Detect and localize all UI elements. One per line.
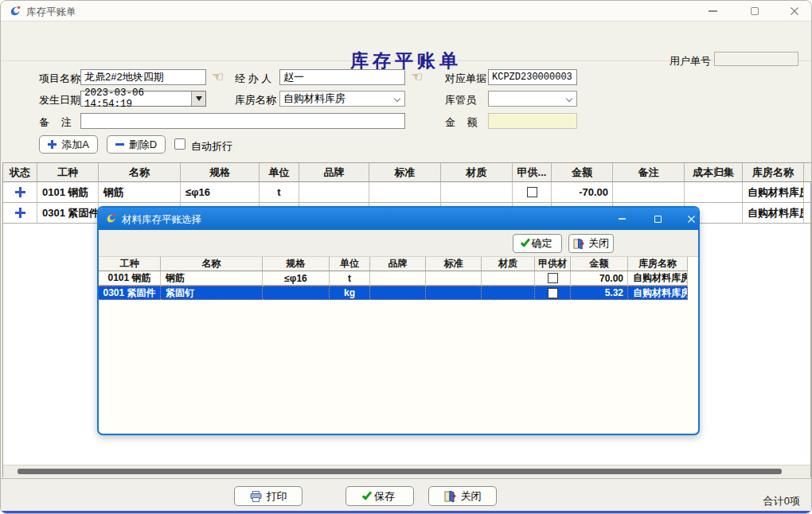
dialog-close-button[interactable] [681,208,700,230]
grid-cell[interactable]: 70.00 [571,271,628,286]
dialog-titlebar[interactable]: 材料库存平账选择 [99,208,698,230]
grid-cell[interactable]: 自购材料库房 [743,203,804,224]
owner-supplied-checkbox[interactable] [548,273,558,283]
column-header: 品牌 [299,163,369,182]
grid-cell[interactable]: 自购材料库房 [628,286,688,300]
column-header [804,163,812,182]
owner-supplied-checkbox[interactable] [527,187,537,197]
keeper-select[interactable] [488,91,577,107]
grid-cell[interactable]: 0101 钢筋 [99,271,161,286]
grid-cell[interactable]: t [260,182,299,203]
column-header: 成本归集 [685,163,743,182]
grid-cell[interactable]: ≤φ16 [181,182,260,203]
grid-cell[interactable]: kg [330,286,370,300]
grid-cell[interactable]: -70.00 [552,182,613,203]
close-button[interactable] [783,1,806,21]
grid-header-row: 工种名称规格单位品牌标准材质甲供材金额库房名称 [99,257,688,271]
date-picker[interactable]: 2023-03-06 14:54:19 [80,91,206,107]
minimize-button[interactable] [701,1,724,21]
grid-cell[interactable] [3,182,37,203]
warehouse-label: 库房名称 [235,93,276,107]
grid-cell[interactable]: t [330,271,370,286]
keeper-label: 库管员 [445,93,476,107]
grid-cell[interactable] [370,271,426,286]
grid-cell[interactable] [513,182,552,203]
date-dropdown-button[interactable] [191,92,205,106]
grid-cell[interactable] [3,203,37,224]
column-header: 名称 [161,257,263,271]
autowrap-label: 自动折行 [191,139,232,154]
grid-cell[interactable] [535,271,571,286]
doc-input[interactable] [488,69,577,85]
maximize-button[interactable] [743,1,767,21]
grid-cell[interactable]: 0301 紧固件 [37,203,99,224]
grid-cell[interactable] [804,182,812,203]
grid-cell[interactable]: 5.32 [571,286,628,300]
column-header: 状态 [3,163,37,182]
grid-cell[interactable] [426,286,482,300]
table-row[interactable]: 0101 钢筋钢筋≤φ16t70.00自购材料库房 [99,271,688,286]
warehouse-select[interactable]: 自购材料库房 [279,91,405,107]
column-header: 单位 [260,163,299,182]
minimize-icon [709,10,717,12]
print-button-label: 打印 [267,489,287,504]
handler-input[interactable] [279,69,405,85]
close-form-button[interactable]: 关闭 [428,486,497,506]
grid-cell[interactable] [426,271,482,286]
remark-input[interactable] [80,113,405,129]
table-row[interactable]: 0101 钢筋钢筋≤φ16t-70.00自购材料库房 [3,182,810,203]
amount-input[interactable] [488,113,577,129]
add-row-icon [15,208,25,218]
dialog-material-grid: 工种名称规格单位品牌标准材质甲供材金额库房名称0101 钢筋钢筋≤φ16t70.… [99,257,688,300]
grid-cell[interactable]: 紧固钉 [161,286,263,300]
door-exit-icon [444,491,456,502]
grid-cell[interactable] [685,182,743,203]
grid-cell[interactable]: 钢筋 [161,271,263,286]
column-header: 品牌 [370,257,426,271]
grid-cell[interactable] [482,271,535,286]
grid-cell[interactable] [441,182,513,203]
add-button[interactable]: 添加A [39,135,98,154]
grid-cell[interactable]: 自购材料库房 [743,182,804,203]
autowrap-checkbox[interactable] [174,138,185,150]
scrollbar-thumb[interactable] [18,469,782,474]
grid-cell[interactable]: 钢筋 [99,182,181,203]
grid-cell[interactable] [804,203,812,224]
delete-button-label: 删除D [129,138,157,152]
handler-lookup-icon[interactable]: ☜ [411,69,423,85]
delete-button[interactable]: 删除D [107,135,166,154]
window-title: 库存平账单 [26,6,76,19]
column-header: 金额 [571,257,628,271]
horizontal-scrollbar[interactable] [3,465,810,477]
grid-cell[interactable] [535,286,571,300]
grid-cell[interactable]: 自购材料库房 [628,271,688,286]
grid-cell[interactable] [370,286,426,300]
dialog-minimize-button[interactable] [611,208,632,230]
column-header: 材质 [441,163,513,182]
grid-cell[interactable]: 0301 紧固件 [99,286,161,300]
table-row[interactable]: 0301 紧固件紧固钉kg5.32自购材料库房 [99,286,688,300]
column-header: 库房名称 [628,257,688,271]
save-button[interactable]: 保存 [345,486,414,506]
user-doc-input[interactable] [714,52,798,66]
grid-cell[interactable] [299,182,369,203]
print-button[interactable]: 打印 [234,486,303,506]
project-lookup-icon[interactable]: ☜ [212,69,224,85]
add-row-icon [15,187,25,197]
main-window: 库存平账单 库存平账单 用户单号 项目名称 ☜ 经 办 人 ☜ 对应单据 发生日… [0,0,812,514]
owner-supplied-checkbox[interactable] [548,288,558,298]
grid-cell[interactable] [613,182,685,203]
grid-cell[interactable] [369,182,441,203]
dialog-ok-label: 确定 [532,236,552,251]
grid-cell[interactable] [482,286,535,300]
grid-cell[interactable]: 0101 钢筋 [37,182,99,203]
date-label: 发生日期 [39,93,80,107]
grid-cell[interactable]: ≤φ16 [263,271,330,286]
column-header: 名称 [99,163,181,182]
grid-cell[interactable] [263,286,330,300]
column-header: 材质 [482,257,535,271]
dialog-ok-button[interactable]: 确定 [513,234,562,253]
dialog-maximize-button[interactable] [647,208,668,230]
dialog-close-button-2[interactable]: 关闭 [568,234,614,253]
project-input[interactable] [80,69,206,85]
